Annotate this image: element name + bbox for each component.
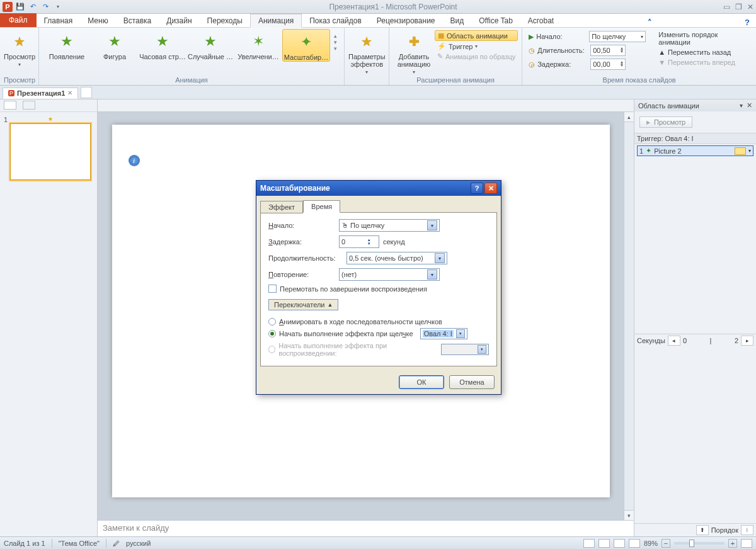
- timing-start-select[interactable]: По щелчку▾: [589, 31, 646, 42]
- tab-insert[interactable]: Вставка: [116, 14, 159, 27]
- restore-icon[interactable]: ❐: [735, 3, 742, 11]
- tab-menu[interactable]: Меню: [80, 14, 115, 27]
- chevron-down-icon: ▾: [427, 220, 437, 230]
- save-icon[interactable]: 💾: [15, 2, 25, 12]
- pane-pin-icon[interactable]: ▾: [740, 102, 743, 109]
- down-icon: ▼: [658, 59, 665, 66]
- status-theme: "Тема Office": [59, 540, 100, 547]
- anim-zoom[interactable]: ✶Увеличени…: [234, 29, 282, 60]
- thumb-mode-slides[interactable]: [4, 101, 16, 110]
- timeline-right-icon[interactable]: ▸: [741, 336, 753, 346]
- reorder-up-icon[interactable]: ⬆: [696, 525, 709, 535]
- dialog-tab-timing[interactable]: Время: [303, 200, 340, 213]
- slide-thumb-1[interactable]: 1 ★: [0, 112, 97, 184]
- animation-pane-button[interactable]: ▦ Область анимации: [435, 30, 518, 41]
- window-controls: ▭ ❐ ✕: [723, 3, 753, 11]
- dlg-start-select[interactable]: 🖱 По щелчку ▾: [339, 219, 440, 232]
- animation-item[interactable]: 1 ✦ Picture 2 ▾: [637, 145, 753, 156]
- view-reading-icon[interactable]: [614, 539, 625, 548]
- add-animation-button[interactable]: ✚ Добавить анимацию ▾: [393, 29, 435, 75]
- gallery-scroll[interactable]: ▴▾▾: [330, 29, 340, 55]
- dlg-duration-label: Продолжительность:: [268, 254, 343, 262]
- doc-tab-label: Презентация1: [17, 89, 65, 97]
- undo-icon[interactable]: ↶: [28, 2, 38, 12]
- anim-scale[interactable]: ✦Масштабир…: [282, 29, 330, 62]
- quick-access-toolbar: P 💾 ↶ ↷ ▾: [3, 2, 63, 12]
- animation-painter-button: ✎ Анимация по образцу: [435, 52, 518, 61]
- anim-item-dropdown-icon[interactable]: ▾: [748, 148, 751, 154]
- new-tab-button[interactable]: [81, 87, 92, 98]
- view-sorter-icon[interactable]: [598, 539, 610, 548]
- app-icon: P: [3, 2, 13, 12]
- dlg-click-target-select[interactable]: Овал 4: I ▾: [420, 328, 467, 339]
- redo-icon[interactable]: ↷: [40, 2, 50, 12]
- pane-close-icon[interactable]: ✕: [747, 101, 752, 110]
- radio-icon: [268, 318, 276, 325]
- pane-reorder-footer: ⬆ Порядок ⬇: [634, 523, 756, 536]
- tab-view[interactable]: Вид: [443, 14, 472, 27]
- ribbon-minimize-icon[interactable]: ˄: [648, 18, 652, 27]
- scroll-up-icon[interactable]: ▴: [624, 112, 634, 122]
- anim-item-index: 1: [639, 147, 643, 155]
- tab-home[interactable]: Главная: [37, 14, 81, 27]
- tab-design[interactable]: Дизайн: [159, 14, 199, 27]
- thumb-mode-outline[interactable]: [23, 101, 35, 110]
- zoom-out-icon[interactable]: −: [662, 539, 670, 548]
- timing-duration-input[interactable]: 00,50▴▾: [590, 45, 626, 56]
- preview-button[interactable]: ★ Просмотр ▾: [4, 29, 35, 67]
- anim-shape[interactable]: ★Фигура: [91, 29, 139, 60]
- status-right: 89% − +: [583, 539, 752, 548]
- dlg-radio-play: Начать выполнение эффекта при воспроизве…: [268, 342, 489, 357]
- zoom-slider[interactable]: [674, 542, 724, 545]
- scroll-down-icon[interactable]: ▾: [624, 510, 634, 520]
- dlg-repeat-select[interactable]: (нет) ▾: [339, 268, 440, 281]
- dlg-delay-input[interactable]: 0▴▾: [339, 235, 379, 248]
- slide-thumbnail: [10, 123, 91, 180]
- dialog-tab-effect[interactable]: Эффект: [260, 201, 303, 213]
- dialog-titlebar[interactable]: Масштабирование ? ✕: [256, 181, 501, 196]
- doc-tab-close-icon[interactable]: ✕: [67, 89, 72, 96]
- vertical-scrollbar[interactable]: ▴ ▾: [624, 112, 634, 520]
- view-slideshow-icon[interactable]: [629, 539, 640, 548]
- tab-slideshow[interactable]: Показ слайдов: [302, 14, 369, 27]
- cancel-button[interactable]: Отмена: [449, 375, 495, 389]
- timing-delay-input[interactable]: 00,00▴▾: [590, 59, 626, 70]
- anim-clock[interactable]: ★Часовая стр…: [139, 29, 186, 60]
- effect-options-button[interactable]: ★ Параметры эффектов ▾: [348, 29, 386, 75]
- fit-to-window-icon[interactable]: [741, 539, 752, 548]
- pane-preview-button[interactable]: ▶ Просмотр: [639, 116, 692, 128]
- reorder-down-icon[interactable]: ⬇: [741, 525, 753, 535]
- dlg-radio-click[interactable]: Начать выполнение эффекта при щелчке Ова…: [268, 328, 489, 339]
- trigger-button[interactable]: ⚡ Триггер ▾: [435, 42, 518, 51]
- doc-tab[interactable]: P Презентация1 ✕: [3, 88, 78, 99]
- move-back-button[interactable]: ▲Переместить назад: [656, 48, 752, 57]
- zoom-in-icon[interactable]: +: [728, 539, 737, 548]
- qat-more-icon[interactable]: ▾: [53, 2, 63, 12]
- help-icon[interactable]: ?: [745, 18, 750, 27]
- animation-pane-title: Область анимации: [638, 102, 699, 110]
- dlg-triggers-toggle[interactable]: Переключатели ▲: [268, 299, 338, 310]
- dlg-rewind-checkbox[interactable]: Перемотать по завершении воспроизведения: [268, 285, 489, 293]
- status-language[interactable]: русский: [126, 540, 151, 547]
- dialog-help-icon[interactable]: ?: [471, 183, 483, 194]
- tab-animation[interactable]: Анимация: [250, 14, 302, 28]
- file-tab[interactable]: Файл: [0, 13, 37, 27]
- minimize-icon[interactable]: ▭: [723, 3, 730, 11]
- anim-random[interactable]: ★Случайные …: [186, 29, 234, 60]
- dialog-close-icon[interactable]: ✕: [484, 183, 497, 194]
- tab-transitions[interactable]: Переходы: [200, 14, 250, 27]
- ok-button[interactable]: ОК: [399, 375, 444, 389]
- close-icon[interactable]: ✕: [747, 3, 753, 11]
- tab-officetab[interactable]: Office Tab: [471, 14, 520, 27]
- notes-input[interactable]: Заметки к слайду: [98, 520, 634, 536]
- timeline-left-icon[interactable]: ◂: [668, 336, 680, 346]
- tab-review[interactable]: Рецензирование: [369, 14, 443, 27]
- anim-appear[interactable]: ★Появление: [43, 29, 91, 60]
- view-normal-icon[interactable]: [583, 539, 595, 548]
- timing-start-row: ▶ Начало: По щелчку▾: [526, 30, 648, 43]
- tab-acrobat[interactable]: Acrobat: [520, 14, 561, 27]
- slide-anim-icon: ★: [48, 116, 53, 122]
- dlg-radio-sequence[interactable]: Анимировать в ходе последовательности ще…: [268, 318, 489, 325]
- group-advanced: ✚ Добавить анимацию ▾ ▦ Область анимации…: [389, 28, 522, 85]
- dlg-duration-select[interactable]: 0,5 сек. (очень быстро) ▾: [346, 252, 447, 264]
